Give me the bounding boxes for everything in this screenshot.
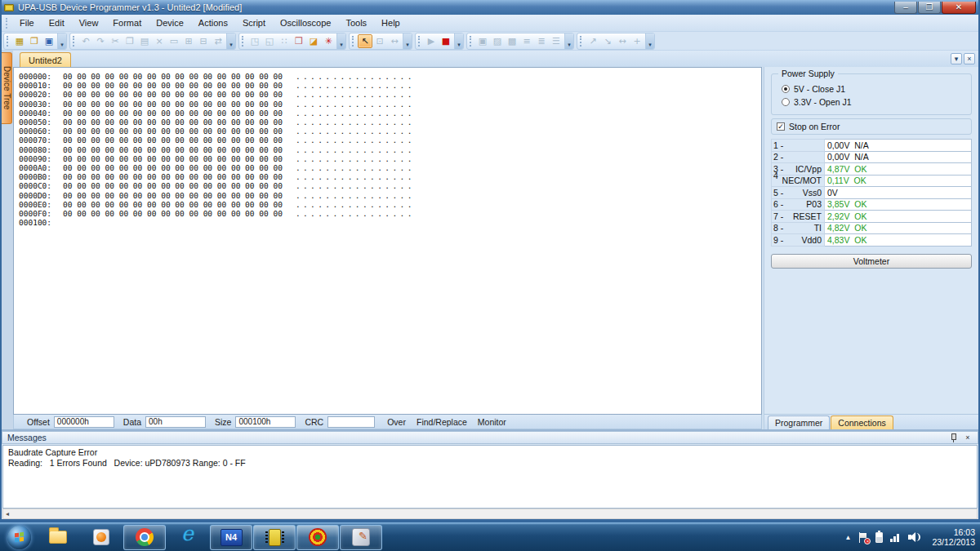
- tab-bar-controls: ▾×: [951, 53, 975, 64]
- hex-row[interactable]: 000080:00 00 00 00 00 00 00 00 00 00 00 …: [19, 145, 761, 154]
- hex-row[interactable]: 000050:00 00 00 00 00 00 00 00 00 00 00 …: [19, 118, 761, 127]
- maximize-button[interactable]: ❐: [918, 2, 941, 14]
- crc-field[interactable]: [327, 416, 375, 428]
- close-button[interactable]: ✕: [942, 2, 976, 14]
- toolbar-overflow-icon[interactable]: ▾: [454, 33, 463, 49]
- hex-bytes: 00 00 00 00 00 00 00 00 00 00 00 00 00 0…: [63, 118, 283, 127]
- menu-script[interactable]: Script: [235, 16, 273, 31]
- hex-row[interactable]: 0000F0:00 00 00 00 00 00 00 00 00 00 00 …: [19, 209, 761, 218]
- hex-row[interactable]: 000090:00 00 00 00 00 00 00 00 00 00 00 …: [19, 154, 761, 163]
- stop-icon[interactable]: ■: [439, 34, 453, 48]
- hex-address: 000080:: [19, 145, 51, 154]
- menu-tools[interactable]: Tools: [338, 16, 374, 31]
- tab-close-button[interactable]: ×: [964, 53, 975, 64]
- menu-edit[interactable]: Edit: [42, 16, 72, 31]
- stop-on-error-row[interactable]: Stop on Error: [771, 118, 972, 135]
- align-right-icon: ☰: [549, 34, 564, 48]
- menu-oscilloscope[interactable]: Oscilloscope: [273, 16, 338, 31]
- media-player-button[interactable]: [80, 525, 122, 550]
- script-window-icon[interactable]: ❒: [292, 34, 306, 48]
- title-bar[interactable]: UPA-USB Device Programmer v1.3 - Untited…: [2, 0, 978, 15]
- hex-row[interactable]: 0000B0:00 00 00 00 00 00 00 00 00 00 00 …: [19, 172, 761, 181]
- volume-wave: [916, 533, 920, 541]
- document-tab[interactable]: Untited2: [20, 52, 71, 67]
- hex-row[interactable]: 000020:00 00 00 00 00 00 00 00 00 00 00 …: [19, 90, 761, 99]
- toolbar-overflow-icon[interactable]: ▾: [336, 33, 345, 49]
- document-tab-bar: Untited2 ▾×: [13, 51, 978, 67]
- toolbar-overflow-icon[interactable]: ▾: [403, 33, 412, 49]
- voltage-label: 1 -: [771, 139, 825, 152]
- size-field[interactable]: 000100h: [235, 416, 296, 428]
- new-icon[interactable]: ▦: [12, 34, 27, 48]
- hex-row[interactable]: 0000C0:00 00 00 00 00 00 00 00 00 00 00 …: [19, 181, 761, 190]
- word-view-icon: ▨: [490, 34, 505, 48]
- hex-row[interactable]: 000100:: [19, 218, 761, 227]
- voltage-label: 7 -RESET: [771, 210, 825, 223]
- ie-button[interactable]: [167, 525, 209, 550]
- toolbar-overflow-icon[interactable]: ▾: [564, 33, 573, 49]
- monitor-indicator[interactable]: Monitor: [478, 417, 506, 427]
- cut-icon: ✂: [108, 34, 122, 48]
- device-tree-tab[interactable]: Device Tree: [2, 52, 12, 124]
- tab-list-button[interactable]: ▾: [951, 53, 962, 64]
- hex-ascii: ................: [296, 100, 415, 109]
- open-icon[interactable]: ❐: [27, 34, 42, 48]
- scroll-left-icon[interactable]: ◂: [6, 510, 9, 518]
- start-button[interactable]: [2, 525, 36, 550]
- volume-icon[interactable]: [908, 531, 922, 543]
- hex-row[interactable]: 0000D0:00 00 00 00 00 00 00 00 00 00 00 …: [19, 191, 761, 200]
- toolbar-overflow-icon[interactable]: ▾: [57, 33, 66, 49]
- messages-panel: Messages × Baudrate Capture ErrorReading…: [2, 429, 978, 519]
- device-programmer-button[interactable]: [253, 525, 296, 550]
- menu-view[interactable]: View: [72, 16, 106, 31]
- hex-view[interactable]: 000000:00 00 00 00 00 00 00 00 00 00 00 …: [13, 67, 762, 415]
- n4-button[interactable]: N4: [210, 525, 252, 550]
- save-icon[interactable]: ▣: [42, 34, 56, 48]
- tools-icon[interactable]: ◪: [306, 34, 321, 48]
- power-option[interactable]: 5V - Close J1: [782, 84, 964, 94]
- toolbar-overflow-icon[interactable]: ▾: [226, 33, 235, 49]
- hex-row[interactable]: 000040:00 00 00 00 00 00 00 00 00 00 00 …: [19, 109, 761, 118]
- grip-icon: [242, 36, 246, 47]
- explorer-button[interactable]: [37, 525, 79, 550]
- stop-on-error-checkbox[interactable]: [777, 122, 785, 131]
- network-icon[interactable]: [890, 533, 901, 542]
- hex-row[interactable]: 000060:00 00 00 00 00 00 00 00 00 00 00 …: [19, 127, 761, 136]
- hex-row[interactable]: 000010:00 00 00 00 00 00 00 00 00 00 00 …: [19, 81, 761, 90]
- hex-row[interactable]: 0000E0:00 00 00 00 00 00 00 00 00 00 00 …: [19, 200, 761, 209]
- target-app-button[interactable]: [296, 525, 339, 550]
- offset-field[interactable]: 000000h: [54, 416, 114, 428]
- action-center-icon[interactable]: [858, 532, 868, 543]
- editor-status-bar: Offset 000000h Data 00h Size 000100h CRC…: [13, 415, 762, 429]
- power-option[interactable]: 3.3V - Open J1: [782, 97, 964, 107]
- messages-scrollbar[interactable]: ◂: [2, 509, 978, 519]
- paint-button[interactable]: [340, 525, 382, 550]
- menu-help[interactable]: Help: [374, 16, 408, 31]
- overwrite-mode-indicator[interactable]: Over: [387, 417, 406, 427]
- menu-file[interactable]: File: [12, 16, 42, 31]
- menu-format[interactable]: Format: [105, 16, 149, 31]
- debug-icon[interactable]: ✳: [321, 34, 336, 48]
- voltmeter-button[interactable]: Voltmeter: [771, 254, 972, 269]
- cursor-icon[interactable]: ↖: [358, 34, 372, 48]
- clock[interactable]: 16:03 23/12/2013: [932, 527, 975, 548]
- menu-device[interactable]: Device: [149, 16, 191, 31]
- hex-row[interactable]: 000000:00 00 00 00 00 00 00 00 00 00 00 …: [19, 72, 761, 81]
- hex-row[interactable]: 000070:00 00 00 00 00 00 00 00 00 00 00 …: [19, 136, 761, 144]
- hex-row[interactable]: 0000A0:00 00 00 00 00 00 00 00 00 00 00 …: [19, 163, 761, 172]
- tab-programmer[interactable]: Programmer: [768, 415, 830, 429]
- messages-close-icon[interactable]: ×: [963, 433, 973, 442]
- hex-row[interactable]: 000030:00 00 00 00 00 00 00 00 00 00 00 …: [19, 100, 761, 109]
- toolbar-overflow-icon[interactable]: ▾: [645, 33, 654, 49]
- find-replace-indicator[interactable]: Find/Replace: [416, 417, 467, 427]
- hidden-icons-button[interactable]: ▲: [845, 534, 852, 541]
- tab-connections[interactable]: Connections: [831, 415, 893, 429]
- data-field[interactable]: 00h: [145, 416, 206, 428]
- chrome-button[interactable]: [123, 525, 166, 550]
- minimize-button[interactable]: –: [894, 2, 917, 14]
- voltage-row: 1 -0,00V N/A: [771, 139, 972, 152]
- menu-actions[interactable]: Actions: [191, 16, 235, 31]
- battery-icon[interactable]: [875, 532, 883, 543]
- fit-icon: ↔: [387, 34, 402, 48]
- pin-icon[interactable]: [949, 433, 956, 442]
